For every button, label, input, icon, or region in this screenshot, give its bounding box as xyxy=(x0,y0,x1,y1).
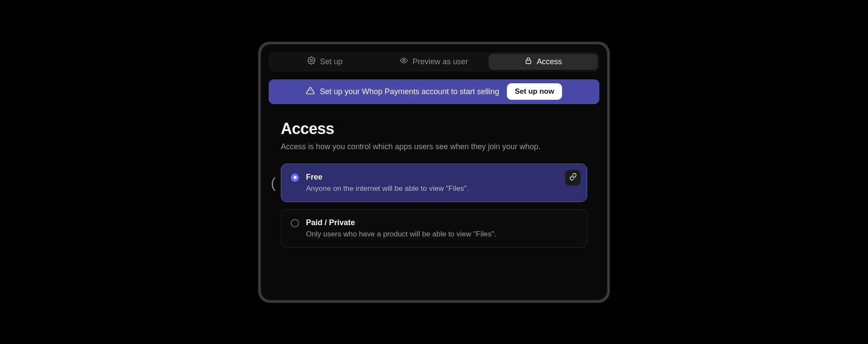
svg-rect-2 xyxy=(526,60,531,64)
tab-access[interactable]: Access xyxy=(489,54,598,70)
tab-preview-as-user[interactable]: Preview as user xyxy=(379,54,488,70)
option-title: Free xyxy=(306,173,577,182)
access-options: ( Free Anyone on the internet will be ab… xyxy=(269,164,599,248)
tabs-bar: Set up Preview as user xyxy=(269,52,599,72)
modal-content: Set up Preview as user xyxy=(261,44,607,300)
set-up-now-button[interactable]: Set up now xyxy=(507,83,562,100)
banner-message: Set up your Whop Payments account to sta… xyxy=(320,87,499,96)
option-desc: Only users who have a product will be ab… xyxy=(306,230,577,239)
page-title: Access xyxy=(281,120,587,138)
link-icon xyxy=(569,173,577,183)
radio-free[interactable] xyxy=(291,174,299,182)
option-desc: Anyone on the internet will be able to v… xyxy=(306,184,577,193)
edge-glyph: ( xyxy=(271,174,273,191)
tab-set-up[interactable]: Set up xyxy=(270,54,379,70)
access-option-paid-private[interactable]: Paid / Private Only users who have a pro… xyxy=(281,209,587,248)
radio-paid-private[interactable] xyxy=(291,219,299,227)
gear-icon xyxy=(307,56,316,67)
page-subtitle: Access is how you control which apps use… xyxy=(281,142,587,151)
eye-icon xyxy=(400,56,408,67)
option-title: Paid / Private xyxy=(306,218,577,227)
lock-icon xyxy=(524,56,533,67)
payments-setup-banner: Set up your Whop Payments account to sta… xyxy=(269,79,599,104)
copy-link-button[interactable] xyxy=(565,170,581,186)
svg-point-0 xyxy=(310,59,312,62)
svg-point-1 xyxy=(403,59,405,62)
access-option-free[interactable]: ( Free Anyone on the internet will be ab… xyxy=(281,164,587,202)
tab-label: Preview as user xyxy=(412,57,468,66)
warning-icon xyxy=(306,86,315,97)
tab-label: Access xyxy=(537,57,562,66)
section-header: Access Access is how you control which a… xyxy=(269,120,599,151)
tab-label: Set up xyxy=(320,57,342,66)
modal-frame: Set up Preview as user xyxy=(258,42,610,303)
